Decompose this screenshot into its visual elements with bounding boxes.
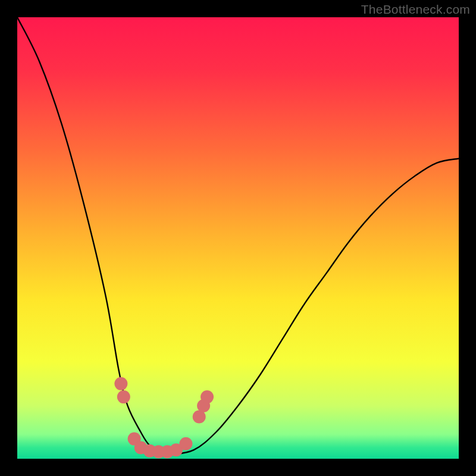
curve-marker	[117, 390, 130, 403]
plot-area	[17, 17, 459, 459]
marker-group	[114, 377, 214, 458]
chart-frame: TheBottleneck.com	[0, 0, 476, 476]
curve-marker	[179, 437, 192, 450]
curve-marker	[114, 377, 127, 390]
chart-svg	[17, 17, 459, 459]
curve-line	[17, 17, 459, 455]
attribution-text: TheBottleneck.com	[361, 2, 470, 17]
curve-marker	[201, 390, 214, 403]
